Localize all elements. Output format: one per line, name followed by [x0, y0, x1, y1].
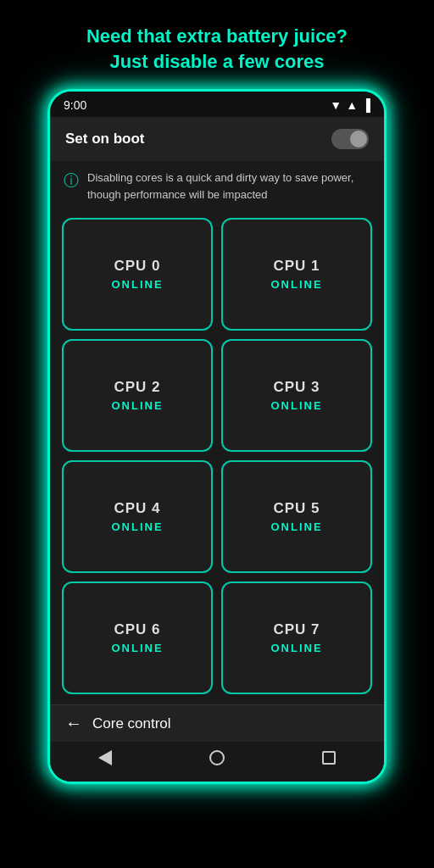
set-on-boot-bar: Set on boot — [50, 117, 384, 161]
cpu-status-5: ONLINE — [270, 520, 322, 533]
info-icon: ⓘ — [64, 170, 79, 191]
back-nav-button[interactable] — [98, 750, 112, 770]
home-nav-button[interactable] — [209, 750, 225, 770]
toggle-switch[interactable] — [331, 129, 369, 149]
cpu-name-7: CPU 7 — [273, 621, 320, 638]
nav-bar — [50, 742, 384, 782]
phone-frame: 9:00 ▼ ▲ ▐ Set on boot ⓘ Disabling cores… — [47, 89, 387, 784]
info-text: Disabling cores is a quick and dirty way… — [87, 170, 370, 203]
cpu-grid: CPU 0ONLINECPU 1ONLINECPU 2ONLINECPU 3ON… — [50, 211, 384, 704]
set-on-boot-label: Set on boot — [65, 131, 144, 147]
cpu-tile-6[interactable]: CPU 6ONLINE — [62, 581, 213, 694]
status-icons: ▼ ▲ ▐ — [330, 98, 370, 112]
cpu-status-2: ONLINE — [111, 399, 163, 412]
cpu-status-4: ONLINE — [111, 520, 163, 533]
info-bar: ⓘ Disabling cores is a quick and dirty w… — [50, 161, 384, 211]
battery-icon: ▐ — [362, 98, 370, 112]
status-bar: 9:00 ▼ ▲ ▐ — [50, 92, 384, 117]
cpu-name-4: CPU 4 — [114, 500, 160, 517]
recents-nav-button[interactable] — [322, 751, 336, 769]
back-icon[interactable]: ← — [65, 714, 82, 733]
cpu-status-7: ONLINE — [270, 642, 322, 654]
wifi-icon: ▼ — [330, 98, 342, 112]
cpu-tile-4[interactable]: CPU 4ONLINE — [62, 460, 213, 573]
bottom-nav-title: Core control — [92, 715, 171, 732]
cpu-status-0: ONLINE — [111, 278, 163, 291]
cpu-tile-3[interactable]: CPU 3ONLINE — [221, 339, 372, 452]
cpu-tile-2[interactable]: CPU 2ONLINE — [62, 339, 213, 452]
header-section: Need that extra battery juice? Just disa… — [53, 0, 381, 89]
cpu-status-1: ONLINE — [270, 278, 322, 291]
cpu-name-0: CPU 0 — [114, 258, 160, 275]
header-line1: Need that extra battery juice? — [86, 24, 348, 49]
cpu-tile-1[interactable]: CPU 1ONLINE — [221, 218, 372, 331]
cpu-name-2: CPU 2 — [114, 379, 160, 396]
signal-icon: ▲ — [346, 98, 358, 112]
cpu-name-3: CPU 3 — [273, 379, 320, 396]
status-time: 9:00 — [64, 98, 86, 112]
cpu-status-3: ONLINE — [270, 399, 322, 412]
app-content: Set on boot ⓘ Disabling cores is a quick… — [50, 117, 384, 704]
cpu-name-6: CPU 6 — [114, 621, 160, 638]
cpu-tile-7[interactable]: CPU 7ONLINE — [221, 581, 372, 694]
header-line2: Just disable a few cores — [86, 49, 348, 75]
cpu-name-5: CPU 5 — [273, 500, 320, 517]
cpu-name-1: CPU 1 — [273, 258, 320, 275]
cpu-status-6: ONLINE — [111, 642, 163, 654]
bottom-nav: ← Core control — [50, 704, 384, 742]
cpu-tile-0[interactable]: CPU 0ONLINE — [62, 218, 213, 331]
cpu-tile-5[interactable]: CPU 5ONLINE — [221, 460, 372, 573]
